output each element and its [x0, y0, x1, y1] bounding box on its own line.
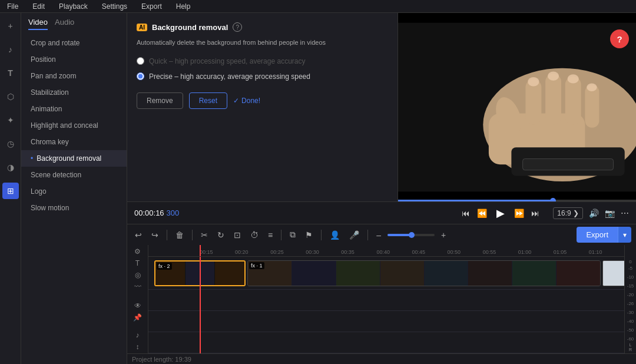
ruler-mark-105: 01:05	[554, 249, 589, 255]
tl-eyetrack-button[interactable]: ◎	[131, 271, 145, 279]
step-back-button[interactable]: ⏪	[475, 207, 489, 220]
screenshot-button[interactable]: 📷	[605, 209, 615, 218]
panel-nav: Crop and rotate Position Pan and zoom St…	[21, 32, 127, 364]
done-label: Done!	[241, 97, 260, 105]
menu-settings[interactable]: Settings	[100, 1, 130, 12]
sticker-icon[interactable]: ✦	[2, 112, 19, 128]
volume-icon[interactable]: 🔊	[589, 209, 599, 218]
menu-export[interactable]: Export	[139, 1, 164, 12]
clip-2[interactable]: fx · 1	[247, 260, 601, 286]
bg-removal-title: Background removal	[152, 23, 228, 32]
clip-2-thumbs	[248, 261, 600, 286]
delete-button[interactable]: 🗑	[173, 229, 187, 241]
global-help-button[interactable]: ?	[610, 29, 629, 48]
vol-40: -40	[627, 319, 634, 324]
tl-music2-button[interactable]: ↕	[131, 343, 145, 351]
pip-button[interactable]: ⧉	[287, 228, 299, 241]
flag-button[interactable]: ⚑	[302, 229, 316, 241]
rotate-button[interactable]: ↻	[214, 229, 227, 241]
radio-quick-label: Quick – high processing speed, average a…	[149, 57, 305, 65]
export-dropdown-button[interactable]: ▾	[618, 227, 631, 243]
nav-stabilization[interactable]: Stabilization	[21, 84, 127, 101]
effects-icon[interactable]: ⬡	[2, 88, 19, 105]
text-icon[interactable]: T	[2, 65, 19, 81]
skip-end-button[interactable]: ⏭	[529, 207, 541, 220]
radio-quick[interactable]	[137, 57, 144, 65]
person-button[interactable]: 👤	[327, 229, 343, 241]
help-tooltip-icon[interactable]: ?	[233, 22, 242, 32]
aspect-ratio-selector[interactable]: 16:9 ❯	[553, 207, 583, 219]
nav-crop-rotate[interactable]: Crop and rotate	[21, 35, 127, 51]
menu-edit[interactable]: Edit	[30, 1, 47, 12]
cut-button[interactable]: ✂	[198, 229, 211, 241]
radio-option-quick[interactable]: Quick – high processing speed, average a…	[137, 57, 388, 65]
menu-playback[interactable]: Playback	[57, 1, 90, 12]
redo-button[interactable]: ↪	[148, 229, 161, 241]
reset-button[interactable]: Reset	[189, 92, 227, 109]
export-button[interactable]: Export	[577, 227, 618, 243]
progress-dot[interactable]	[550, 198, 556, 201]
apps-icon[interactable]: ⊞	[2, 183, 19, 199]
clip-3[interactable]	[602, 260, 624, 286]
nav-animation[interactable]: Animation	[21, 101, 127, 117]
nav-background-removal[interactable]: Background removal	[21, 150, 127, 167]
radio-option-precise[interactable]: Precise – high accuracy, average process…	[137, 72, 388, 81]
tl-waveform-button[interactable]: 〰	[131, 283, 145, 291]
clock-icon[interactable]: ◷	[2, 135, 19, 152]
adjust-button[interactable]: ≡	[265, 229, 276, 241]
music-icon[interactable]: ♪	[2, 41, 19, 58]
done-button[interactable]: ✓ Done!	[233, 97, 260, 105]
svg-point-8	[528, 77, 539, 86]
zoom-in-button[interactable]: +	[438, 229, 449, 241]
crop-button[interactable]: ⊡	[231, 229, 244, 241]
vol-26: -26	[627, 301, 634, 306]
tl-eye-button[interactable]: 👁	[131, 302, 145, 310]
volume-indicators: 0 -5 -10 -15 -20 -26 -30 -40 -50 -60 L R	[624, 245, 636, 353]
nav-slow-motion[interactable]: Slow motion	[21, 200, 127, 216]
checkmark-icon: ✓	[233, 97, 239, 105]
nav-logo[interactable]: Logo	[21, 183, 127, 200]
timer-button[interactable]: ⏱	[247, 229, 261, 241]
upper-area: AI Background removal ? Automatically de…	[127, 13, 636, 201]
nav-scene-detection[interactable]: Scene detection	[21, 167, 127, 183]
svg-rect-13	[523, 159, 614, 170]
color-icon[interactable]: ◑	[2, 159, 19, 176]
tab-audio[interactable]: Audio	[55, 18, 74, 30]
skip-start-button[interactable]: ⏮	[460, 207, 472, 220]
radio-precise[interactable]	[137, 72, 144, 80]
play-button[interactable]: ▶	[492, 205, 509, 221]
clip-thumb	[556, 261, 600, 286]
playback-time: 00:00:16 300	[134, 209, 455, 217]
tl-settings-button[interactable]: ⚙	[131, 247, 145, 256]
clip-thumb	[468, 261, 512, 286]
tl-music-button[interactable]: ♪	[131, 331, 145, 339]
more-options-button[interactable]: ⋯	[621, 209, 629, 218]
clip-thumb	[512, 261, 556, 286]
zoom-slider-thumb[interactable]	[409, 232, 415, 238]
ruler-mark-55: 00:55	[483, 249, 518, 255]
step-forward-button[interactable]: ⏩	[512, 207, 526, 220]
nav-position[interactable]: Position	[21, 51, 127, 68]
tab-video[interactable]: Video	[28, 18, 48, 30]
ruler-mark-45: 00:45	[412, 249, 447, 255]
playback-bar: 00:00:16 300 ⏮ ⏪ ▶ ⏩ ⏭ 16:9 ❯ 🔊 📷 ⋯	[127, 201, 636, 224]
nav-pan-zoom[interactable]: Pan and zoom	[21, 68, 127, 84]
separator-5	[367, 230, 368, 240]
preview-area: ?	[398, 13, 636, 201]
clip-thumb	[215, 262, 244, 285]
menu-file[interactable]: File	[5, 1, 21, 12]
ruler-mark-10: 00:15	[200, 249, 235, 255]
mic-button[interactable]: 🎤	[346, 229, 362, 241]
timeline-left-panel: ⚙ T ◎ 〰 👁 📌 ♪ ↕	[127, 245, 148, 353]
remove-button[interactable]: Remove	[137, 92, 183, 109]
vol-10: -10	[627, 274, 634, 280]
separator-4	[321, 230, 322, 240]
nav-highlight-conceal[interactable]: Highlight and conceal	[21, 117, 127, 134]
tl-text-button[interactable]: T	[131, 259, 145, 267]
menu-help[interactable]: Help	[174, 1, 193, 12]
add-media-icon[interactable]: +	[2, 18, 19, 34]
nav-chroma-key[interactable]: Chroma key	[21, 134, 127, 150]
tl-pin-button[interactable]: 📌	[131, 313, 145, 322]
zoom-out-button[interactable]: –	[373, 229, 384, 241]
undo-button[interactable]: ↩	[132, 229, 145, 241]
